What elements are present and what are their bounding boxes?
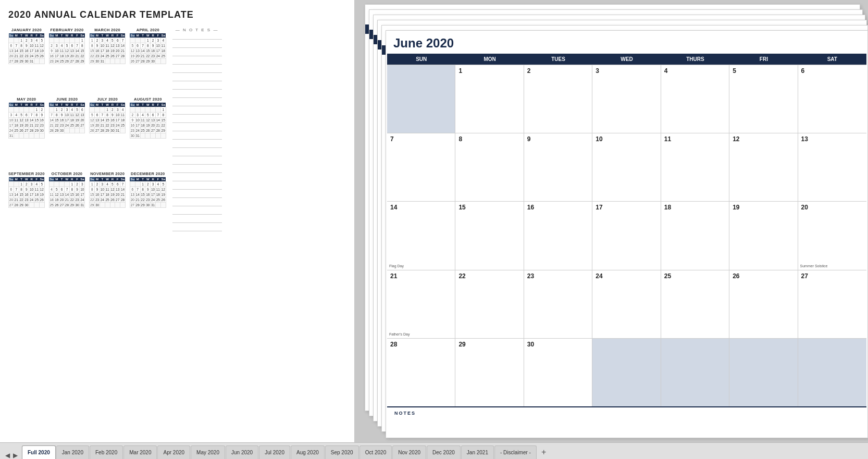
- note-line: [172, 102, 222, 106]
- mini-cal-jan: JANUARY 2020SuMTWRFSa1234567891011121314…: [8, 28, 45, 92]
- mini-cal-title-dec: DECEMBER 2020: [130, 171, 166, 176]
- mini-cal-jul: JULY 2020SuMTWRFSa1234567891011121314151…: [89, 97, 126, 166]
- mini-cal-table-jan: SuMTWRFSa1234567891011121314151617181920…: [8, 33, 45, 64]
- june-day-empty-3: [661, 339, 729, 406]
- tab-aug-2020[interactable]: Aug 2020: [291, 445, 325, 459]
- june-day-20: 20Summer Solstice: [798, 202, 866, 269]
- tab-feb-2020[interactable]: Feb 2020: [90, 445, 123, 459]
- mini-cal-nov: NOVEMBER 2020SuMTWRFSa123456789101112131…: [89, 171, 126, 235]
- mini-cal-title-aug: AUGUST 2020: [130, 97, 166, 102]
- header-sun: SUN: [387, 56, 455, 62]
- mini-cal-may: MAY 2020SuMTWRFSa12345678910111213141516…: [8, 97, 45, 166]
- notes-label: — N O T E S —: [172, 28, 222, 32]
- note-line: [172, 144, 222, 148]
- tab-oct-2020[interactable]: Oct 2020: [359, 445, 392, 459]
- june-day-16: 16: [524, 202, 592, 269]
- note-line: [172, 202, 222, 206]
- june-day-24: 24: [592, 270, 661, 338]
- mini-cal-dec: DECEMBER 2020SuMTWRFSa123456789101112131…: [130, 171, 166, 235]
- nav-left-arrow[interactable]: ◀: [4, 452, 11, 459]
- mini-cal-title-nov: NOVEMBER 2020: [89, 171, 126, 176]
- june-day-5: 5: [729, 65, 798, 133]
- header-mon: MON: [455, 56, 524, 62]
- june-day-13: 13: [798, 133, 866, 201]
- mini-cal-feb: FEBRUARY 2020SuMTWRFSa123456789101112131…: [49, 28, 85, 92]
- mini-cal-table-mar: SuMTWRFSa1234567891011121314151617181920…: [89, 33, 126, 64]
- header-sat: SAT: [798, 56, 866, 62]
- tab-sep-2020[interactable]: Sep 2020: [325, 445, 359, 459]
- mini-cal-aug: AUGUST 2020SuMTWRFSa12345678910111213141…: [130, 97, 166, 166]
- tab-full-2020[interactable]: Full 2020: [22, 445, 56, 459]
- mini-cal-table-nov: SuMTWRFSa1234567891011121314151617181920…: [89, 177, 126, 208]
- tab-mar-2020[interactable]: Mar 2020: [123, 445, 157, 459]
- june-day-21: 21Father's Day: [387, 270, 455, 338]
- nav-arrows: ◀ ▶: [4, 452, 19, 459]
- header-fri: FRI: [729, 56, 798, 62]
- mini-cal-table-oct: SuMTWRFSa1234567891011121314151617181920…: [49, 177, 85, 208]
- note-line: [172, 69, 222, 73]
- mini-cal-title-feb: FEBRUARY 2020: [49, 28, 85, 32]
- nav-right-arrow[interactable]: ▶: [12, 452, 19, 459]
- notes-lines: [172, 35, 222, 231]
- mini-calendars-grid: JANUARY 2020SuMTWRFSa1234567891011121314…: [8, 28, 166, 235]
- summer-solstice-event: Summer Solstice: [800, 264, 828, 268]
- note-line: [172, 60, 222, 65]
- header-thurs: THURS: [661, 56, 729, 62]
- tab-bar: ◀ ▶ Full 2020Jan 2020Feb 2020Mar 2020Apr…: [0, 442, 868, 459]
- add-tab-button[interactable]: +: [537, 445, 550, 459]
- note-line: [172, 77, 222, 81]
- mini-cal-oct: OCTOBER 2020SuMTWRFSa1234567891011121314…: [49, 171, 85, 235]
- mini-cal-title-jan: JANUARY 2020: [8, 28, 45, 32]
- tab-jan-2020[interactable]: Jan 2020: [56, 445, 89, 459]
- fathers-day-event: Father's Day: [389, 332, 410, 336]
- tab-jun-2020[interactable]: Jun 2020: [226, 445, 258, 459]
- june-day-14: 14Flag Day: [387, 202, 455, 269]
- note-line: [172, 210, 222, 215]
- june-day-empty-2: [592, 339, 661, 406]
- june-day-2: 2: [524, 65, 592, 133]
- note-line: [172, 152, 222, 156]
- tab-nov-2020[interactable]: Nov 2020: [392, 445, 426, 459]
- june-day-empty-5: [798, 339, 866, 406]
- left-panel: 2020 ANNUAL CALENDAR TEMPLATE JANUARY 20…: [0, 0, 354, 442]
- june-week-3: 14Flag Day 15 16 17 18 19 20Summer Solst…: [387, 201, 866, 269]
- june-day-12: 12: [729, 133, 798, 201]
- mini-cal-title-may: MAY 2020: [8, 97, 45, 102]
- june-week-1: 1 2 3 4 5 6: [387, 65, 866, 133]
- mini-cal-table-jul: SuMTWRFSa1234567891011121314151617181920…: [89, 103, 126, 133]
- june-notes: NOTES: [387, 406, 866, 438]
- june-body: 1 2 3 4 5 6 7 8 9 10: [387, 65, 866, 438]
- mini-cal-title-jul: JULY 2020: [89, 97, 126, 102]
- note-line: [172, 127, 222, 131]
- june-day-10: 10: [592, 133, 661, 201]
- notes-panel: — N O T E S —: [172, 28, 222, 235]
- tab-may-2020[interactable]: May 2020: [191, 445, 225, 459]
- note-line: [172, 227, 222, 231]
- note-line: [172, 85, 222, 90]
- june-day-29: 29: [455, 339, 524, 406]
- note-line: [172, 177, 222, 181]
- tab---disclaimer--[interactable]: - Disclaimer -: [494, 445, 537, 459]
- tab-dec-2020[interactable]: Dec 2020: [427, 445, 461, 459]
- annual-title: 2020 ANNUAL CALENDAR TEMPLATE: [8, 9, 346, 20]
- june-week-5: 28 29 30: [387, 338, 866, 406]
- note-line: [172, 219, 222, 223]
- note-line: [172, 52, 222, 56]
- june-day-empty-4: [729, 339, 798, 406]
- mini-cal-title-sep: SEPTEMBER 2020: [8, 171, 45, 176]
- note-line: [172, 169, 222, 173]
- tab-apr-2020[interactable]: Apr 2020: [157, 445, 190, 459]
- mini-cal-title-mar: MARCH 2020: [89, 28, 126, 32]
- june-day-empty: [387, 65, 455, 133]
- tab-jan-2021[interactable]: Jan 2021: [461, 445, 494, 459]
- june-day-7: 7: [387, 133, 455, 201]
- june-day-28: 28: [387, 339, 455, 406]
- header-tues: TUES: [524, 56, 592, 62]
- note-line: [172, 135, 222, 140]
- tab-jul-2020[interactable]: Jul 2020: [259, 445, 290, 459]
- main-area: 2020 ANNUAL CALENDAR TEMPLATE JANUARY 20…: [0, 0, 868, 442]
- june-day-9: 9: [524, 133, 592, 201]
- june-day-23: 23: [524, 270, 592, 338]
- june-day-6: 6: [798, 65, 866, 133]
- june-day-25: 25: [661, 270, 729, 338]
